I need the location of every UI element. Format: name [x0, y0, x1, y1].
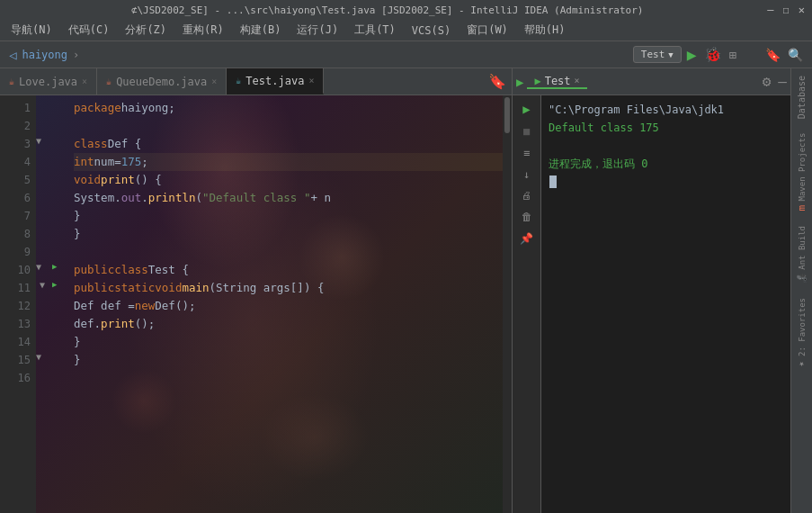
code-line-7: } — [74, 207, 512, 225]
fold-class-icon[interactable]: ▼ — [36, 136, 41, 146]
fold-close-icon: ▼ — [36, 352, 41, 362]
run-arrow-test-class[interactable]: ▶ — [52, 262, 57, 271]
tab-love-java[interactable]: ☕ Love.java × — [0, 68, 97, 94]
run-content-wrapper: ▶ ■ ≡ ↓ 🖨 🗑 📌 "C:\Program Files\Java\jdk… — [513, 95, 790, 513]
sidebar-panel-favorites[interactable]: ★ 2: Favorites — [793, 291, 810, 377]
editor-settings-button[interactable]: 🔖 — [483, 68, 512, 94]
bookmark-button[interactable]: 🔖 — [765, 48, 781, 62]
tab-queue-demo-java[interactable]: ☕ QueueDemo.java × — [97, 68, 227, 94]
queue-demo-icon: ☕ — [106, 76, 112, 86]
output-line-1: "C:\Program Files\Java\jdk1 — [549, 101, 783, 119]
run-tab-label: Test — [545, 75, 571, 87]
sidebar-panel-ant[interactable]: 🐜 Ant Build — [793, 219, 810, 292]
main-area: ☕ Love.java × ☕ QueueDemo.java × ☕ Test.… — [0, 68, 812, 513]
menu-build[interactable]: 构建(B) — [233, 21, 289, 40]
fold-main-icon[interactable]: ▼ — [40, 280, 45, 290]
rerun-button[interactable]: ▶ — [520, 99, 532, 119]
test-java-icon: ☕ — [236, 76, 241, 86]
menu-tools[interactable]: 工具(T) — [347, 21, 403, 40]
code-line-5: void print() { — [74, 171, 512, 189]
gutter-area: ▼ ▼ ▼ ▼ — [36, 95, 52, 513]
editor-scrollbar[interactable] — [503, 95, 512, 513]
profile-button[interactable]: ⊞ — [729, 48, 736, 62]
nav-project-path: haiyong — [22, 49, 67, 61]
code-line-12: Def def = new Def(); — [74, 297, 512, 315]
menu-vcs[interactable]: VCS(S) — [405, 22, 458, 39]
run-tab-close[interactable]: × — [575, 76, 580, 86]
title-text: ⊄\JSD2002_SE] - ...\src\haiyong\Test.jav… — [7, 4, 767, 16]
code-line-13: def.print(); — [74, 315, 512, 333]
bookmark-icon: 🔖 — [488, 73, 506, 90]
code-line-15: } — [74, 351, 512, 369]
fold-class-test-icon[interactable]: ▼ — [36, 262, 41, 272]
run-output: "C:\Program Files\Java\jdk1 Default clas… — [541, 95, 790, 513]
menu-analyze[interactable]: 分析(Z) — [118, 21, 174, 40]
run-panel-icon: ▶ — [516, 75, 523, 89]
code-line-3: class Def { — [74, 135, 512, 153]
menu-nav[interactable]: 导航(N) — [4, 21, 59, 40]
editor-scrollbar-thumb[interactable] — [504, 97, 510, 133]
code-line-2 — [74, 117, 512, 135]
run-panel: ▶ ▶ Test × ⚙ — ▶ ■ ≡ ↓ 🖨 🗑 📌 — [512, 68, 790, 513]
print-button[interactable]: 🖨 — [519, 187, 534, 204]
editor-content: 1 2 3 4 5 6 7 8 9 10 11 12 13 14 15 16 — [0, 95, 512, 513]
run-tab-test[interactable]: ▶ Test × — [527, 75, 586, 89]
sidebar-panel-database[interactable]: Database — [793, 68, 810, 126]
clear-button[interactable]: 🗑 — [519, 208, 535, 226]
output-line-3 — [549, 137, 783, 155]
output-line-5 — [549, 173, 783, 191]
code-line-1: package haiyong; — [74, 99, 512, 117]
title-bar: ⊄\JSD2002_SE] - ...\src\haiyong\Test.jav… — [0, 0, 812, 20]
run-tab-run-icon: ▶ — [534, 75, 540, 87]
debug-button[interactable]: 🐞 — [704, 46, 722, 63]
run-config-dropdown-icon: ▼ — [668, 50, 673, 59]
scroll-end-button[interactable]: ↓ — [521, 166, 532, 184]
editor-tab-bar: ☕ Love.java × ☕ QueueDemo.java × ☕ Test.… — [0, 68, 512, 95]
menu-code[interactable]: 代码(C) — [61, 21, 117, 40]
run-settings-icon[interactable]: ⚙ — [763, 73, 772, 90]
editor-area: ☕ Love.java × ☕ QueueDemo.java × ☕ Test.… — [0, 68, 512, 513]
right-sidebar: Database m Maven Projects 🐜 Ant Build ★ … — [790, 68, 812, 513]
tab-test-java[interactable]: ☕ Test.java × — [227, 68, 324, 94]
minimize-button[interactable]: — — [767, 4, 773, 16]
tab-love-java-label: Love.java — [19, 76, 77, 88]
nav-back-icon[interactable]: ◁ — [9, 48, 16, 62]
tab-test-java-close[interactable]: × — [308, 76, 314, 86]
pin-button[interactable]: 📌 — [517, 230, 536, 248]
maximize-button[interactable]: ☐ — [783, 4, 790, 16]
code-line-9 — [74, 243, 512, 261]
code-line-10: public class Test { — [74, 261, 512, 279]
restore-layout-button[interactable]: ≡ — [521, 144, 532, 162]
nav-bar: ◁ haiyong › Test ▼ ▶ 🐞 ⊞ 🔖 🔍 — [0, 41, 812, 68]
tab-queue-demo-label: QueueDemo.java — [116, 76, 207, 88]
code-line-4: int num = 175; — [74, 153, 512, 171]
menu-bar: 导航(N) 代码(C) 分析(Z) 重构(R) 构建(B) 运行(J) 工具(T… — [0, 20, 812, 41]
output-line-4: 进程完成，退出码 0 — [549, 155, 783, 173]
sidebar-panel-maven[interactable]: m Maven Projects — [792, 126, 811, 218]
code-line-14: } — [74, 333, 512, 351]
code-line-8: } — [74, 225, 512, 243]
close-button[interactable]: ✕ — [799, 4, 805, 16]
code-area[interactable]: package haiyong; class Def { int num = 1… — [65, 95, 512, 513]
menu-window[interactable]: 窗口(W) — [460, 21, 515, 40]
run-arrow-main[interactable]: ▶ — [52, 280, 57, 289]
line-numbers: 1 2 3 4 5 6 7 8 9 10 11 12 13 14 15 16 — [0, 95, 36, 513]
tab-love-java-close[interactable]: × — [82, 76, 87, 86]
output-line-2: Default class 175 — [549, 119, 783, 137]
run-config-selector[interactable]: Test ▼ — [633, 46, 682, 63]
menu-run[interactable]: 运行(J) — [290, 21, 345, 40]
menu-refactor[interactable]: 重构(R) — [175, 21, 231, 40]
code-line-16 — [74, 369, 512, 387]
run-config-label: Test — [641, 49, 665, 60]
run-arrows-column: ▶ ▶ — [52, 95, 65, 513]
menu-help[interactable]: 帮助(H) — [517, 21, 573, 40]
run-button[interactable]: ▶ — [687, 45, 697, 64]
run-panel-minimize-icon[interactable]: — — [778, 73, 787, 90]
cursor — [549, 176, 557, 188]
stop-button[interactable]: ■ — [521, 122, 532, 140]
run-tab-bar: ▶ ▶ Test × ⚙ — — [513, 68, 790, 95]
love-java-icon: ☕ — [9, 76, 14, 86]
search-everywhere-button[interactable]: 🔍 — [788, 48, 803, 62]
tab-queue-demo-close[interactable]: × — [211, 76, 217, 86]
code-line-11: public static void main(String args[]) { — [74, 279, 512, 297]
